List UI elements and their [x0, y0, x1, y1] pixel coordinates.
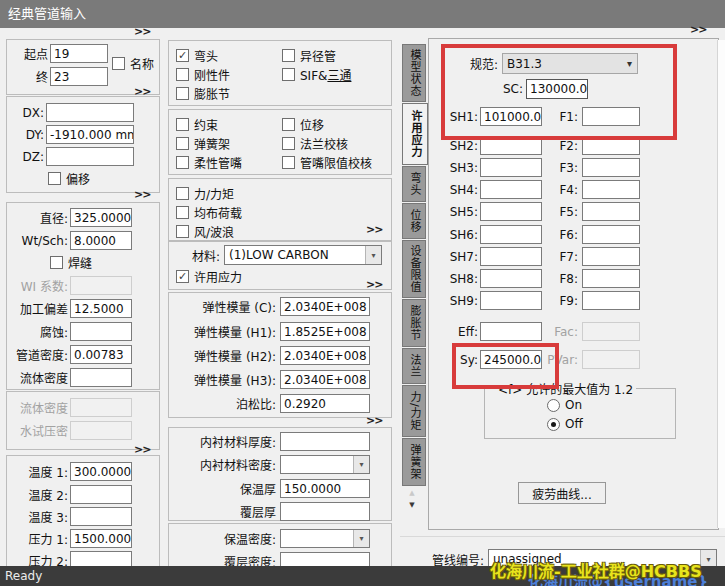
sh2-input[interactable] [480, 136, 542, 155]
sif-label-tee-link[interactable]: 三通 [327, 69, 351, 83]
f8-input[interactable] [582, 269, 640, 288]
sh9-input[interactable] [480, 291, 542, 310]
fatigue-curve-button[interactable]: 疲劳曲线... [518, 482, 606, 504]
combo-arrow-icon[interactable]: ▾ [365, 246, 381, 264]
insulation-thickness-input[interactable]: 150.0000 [280, 479, 370, 498]
combo-arrow-icon[interactable]: ▾ [353, 530, 369, 547]
tab-expansion-joint[interactable]: 膨胀节 [402, 299, 426, 347]
f2-input[interactable] [582, 136, 640, 155]
combo-arrow-icon[interactable]: ▾ [353, 456, 369, 473]
sh8-input[interactable] [480, 269, 542, 288]
diameter-input[interactable]: 325.0000 [70, 208, 132, 227]
temp3-input[interactable] [70, 507, 132, 526]
poisson-input[interactable]: 0.2920 [280, 394, 370, 413]
force-moment-checkbox[interactable] [176, 187, 189, 200]
hanger-checkbox[interactable] [176, 137, 189, 150]
rigid-checkbox[interactable] [176, 68, 189, 81]
expand-chevron-icon[interactable]: >> [366, 223, 382, 236]
from-node-input[interactable]: 19 [50, 44, 108, 63]
insulation-density-combobox[interactable]: ▾ [280, 529, 370, 548]
eff-input[interactable] [480, 322, 542, 341]
expand-chevron-icon[interactable]: >> [134, 188, 150, 201]
off-radio[interactable] [547, 418, 560, 431]
f6-label: F6: [542, 228, 578, 242]
material-combobox[interactable]: (1)LOW CARBON ▾ [224, 245, 382, 265]
sc-input[interactable]: 130000.000 [526, 79, 588, 99]
liner-density-combobox[interactable]: ▾ [280, 455, 370, 474]
vertical-scrollbar[interactable] [717, 40, 725, 528]
f5-input[interactable] [582, 202, 640, 221]
corrosion-input[interactable] [70, 322, 132, 341]
bend-checkbox[interactable]: ✓ [176, 49, 189, 62]
tab-force-moment[interactable]: 力/力矩 [402, 385, 426, 437]
elastic-c-input[interactable]: 2.0340E+008 [280, 297, 370, 316]
tab-hanger[interactable]: 弹簧架 [402, 438, 426, 486]
elastic-h2-input[interactable]: 2.0340E+008 [280, 346, 370, 365]
sh3-input[interactable] [480, 158, 542, 177]
press1-input[interactable]: 1500.0000 [70, 529, 132, 548]
expand-chevron-icon[interactable]: >> [366, 278, 382, 291]
pvar-input [582, 350, 640, 369]
tab-model-status[interactable]: 模型状态 [402, 44, 426, 102]
weld-checkbox[interactable] [50, 256, 63, 269]
dz-input[interactable] [46, 147, 134, 166]
rigid-checkbox-row: 刚性件 [176, 66, 230, 83]
tab-equipment-limit[interactable]: 设备限值 [402, 240, 426, 298]
f7-input[interactable] [582, 247, 640, 266]
restraint-checkbox-row: 约束 [176, 116, 218, 133]
name-checkbox-row: 名称 [112, 55, 154, 72]
restraint-checkbox[interactable] [176, 118, 189, 131]
dx-input[interactable] [46, 103, 134, 122]
sy-input[interactable]: 245000.000 [480, 350, 542, 369]
elastic-h3-input[interactable]: 2.0340E+008 [280, 370, 370, 389]
allowable-stress-checkbox[interactable]: ✓ [176, 270, 189, 283]
combo-arrow-icon[interactable]: ▾ [622, 54, 637, 73]
to-node-input[interactable]: 23 [50, 67, 108, 86]
fluid-density-input[interactable] [70, 368, 132, 387]
f9-input[interactable] [582, 291, 640, 310]
sh5-input[interactable] [480, 202, 542, 221]
sh1-input[interactable]: 101000.000 [480, 107, 542, 126]
tab-flange[interactable]: 法兰 [402, 348, 426, 384]
sh4-input[interactable] [480, 180, 542, 199]
wtsch-input[interactable]: 8.0000 [70, 231, 132, 250]
uniform-load-checkbox[interactable] [176, 206, 189, 219]
tab-bend[interactable]: 弯头 [402, 166, 426, 202]
expand-chevron-icon[interactable]: >> [134, 25, 150, 38]
dz-label: DZ: [8, 150, 44, 164]
elastic-h1-input[interactable]: 1.8525E+008 [280, 322, 370, 341]
temp2-input[interactable] [70, 485, 132, 504]
nozzle-limit-checkbox[interactable] [282, 156, 295, 169]
on-radio[interactable] [547, 399, 560, 412]
cladding-thickness-input[interactable] [280, 502, 370, 521]
tab-scroll-up-icon[interactable]: ▲ [404, 487, 420, 498]
wtsch-row: Wt/Sch: 8.0000 [2, 231, 132, 250]
sh7-input[interactable] [480, 247, 542, 266]
f6-input[interactable] [582, 225, 640, 244]
f1-input[interactable] [582, 107, 640, 126]
temp1-input[interactable]: 300.0000 [70, 462, 132, 481]
expand-chevron-icon[interactable]: >> [690, 23, 706, 36]
flex-nozzle-checkbox-row: 柔性管嘴 [176, 154, 242, 171]
code-combobox[interactable]: B31.3 ▾ [502, 53, 638, 74]
f4-input[interactable] [582, 180, 640, 199]
offset-checkbox[interactable] [48, 172, 61, 185]
f3-input[interactable] [582, 158, 640, 177]
wind-wave-checkbox[interactable] [176, 225, 189, 238]
liner-thickness-input[interactable] [280, 432, 370, 451]
dy-input[interactable]: -1910.000 mm [46, 125, 134, 144]
tab-scroll-down-icon[interactable]: ▼ [404, 499, 420, 510]
pipe-density-input[interactable]: 0.00783 [70, 345, 132, 364]
expansion-joint-checkbox[interactable] [176, 87, 189, 100]
displacement-checkbox[interactable] [282, 118, 295, 131]
name-checkbox[interactable] [112, 57, 125, 70]
tab-allowable-stress[interactable]: 许用应力 [402, 103, 428, 165]
sh6-input[interactable] [480, 225, 542, 244]
tab-displacement[interactable]: 位移 [402, 203, 426, 239]
sif-tee-checkbox[interactable] [282, 68, 295, 81]
expand-chevron-icon[interactable]: >> [366, 414, 382, 427]
mill-tolerance-input[interactable]: 12.5000 [70, 299, 132, 318]
flex-nozzle-checkbox[interactable] [176, 156, 189, 169]
reducer-checkbox[interactable] [282, 49, 295, 62]
flange-check-checkbox[interactable] [282, 137, 295, 150]
